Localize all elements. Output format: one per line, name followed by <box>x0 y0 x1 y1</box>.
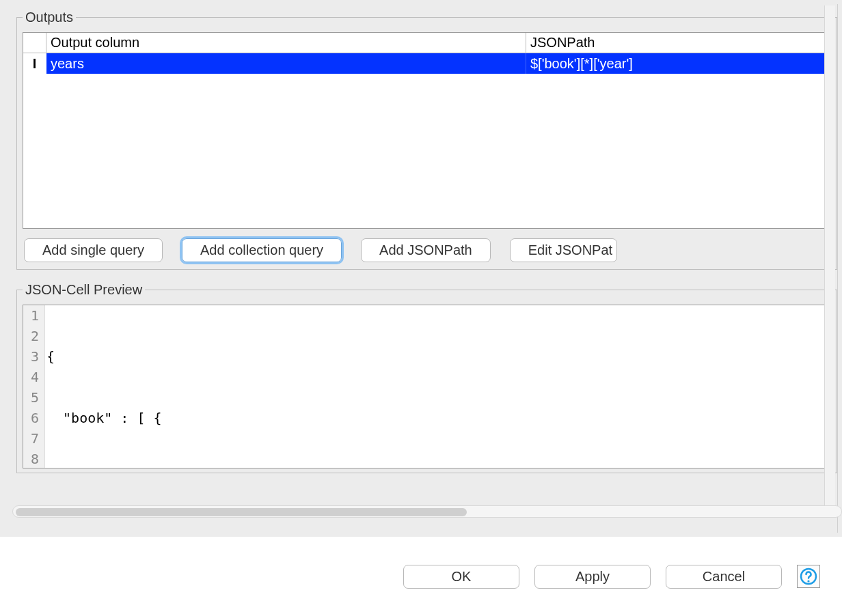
dialog-footer: OK Apply Cancel <box>0 537 842 616</box>
inner-panel: Outputs Output column JSONPath I years $… <box>4 4 838 533</box>
table-row[interactable]: I years $['book'][*]['year'] <box>23 53 830 74</box>
vertical-scrollbar[interactable] <box>824 5 835 505</box>
dialog-body: Outputs Output column JSONPath I years $… <box>0 0 842 537</box>
outputs-table[interactable]: Output column JSONPath I years $['book']… <box>23 32 831 229</box>
json-preview-group: JSON-Cell Preview 1 2 3 4 5 6 7 8 { "boo… <box>16 282 837 473</box>
outputs-legend: Outputs <box>23 10 76 25</box>
row-handle[interactable]: I <box>23 53 46 74</box>
line-number: 3 <box>26 346 39 367</box>
json-preview-editor[interactable]: 1 2 3 4 5 6 7 8 { "book" : [ { "year" : … <box>23 305 831 468</box>
cancel-button[interactable]: Cancel <box>666 565 782 589</box>
ok-button[interactable]: OK <box>403 565 519 589</box>
line-number: 5 <box>26 387 39 408</box>
code-line: { <box>45 346 830 367</box>
line-number-gutter: 1 2 3 4 5 6 7 8 <box>23 305 45 468</box>
line-number: 7 <box>26 428 39 449</box>
outputs-button-row: Add single query Add collection query Ad… <box>23 238 831 262</box>
add-single-query-button[interactable]: Add single query <box>24 238 163 262</box>
svg-point-1 <box>807 580 809 582</box>
outputs-header-name[interactable]: Output column <box>46 33 526 53</box>
edit-jsonpath-button[interactable]: Edit JSONPat <box>510 238 617 262</box>
line-number: 2 <box>26 326 39 346</box>
code-line: "book" : [ { <box>45 408 830 428</box>
line-number: 8 <box>26 449 39 468</box>
outputs-table-header: Output column JSONPath <box>23 33 830 53</box>
outputs-group: Outputs Output column JSONPath I years $… <box>16 10 837 270</box>
apply-button[interactable]: Apply <box>534 565 651 589</box>
add-jsonpath-button[interactable]: Add JSONPath <box>361 238 491 262</box>
line-number: 1 <box>26 305 39 326</box>
scrollbar-thumb[interactable] <box>16 508 467 516</box>
row-output-column[interactable]: years <box>46 53 526 74</box>
horizontal-scrollbar[interactable] <box>12 505 838 518</box>
row-jsonpath[interactable]: $['book'][*]['year'] <box>526 53 830 74</box>
json-preview-legend: JSON-Cell Preview <box>23 282 145 298</box>
code-area[interactable]: { "book" : [ { "year" : 1999, "title" : … <box>45 305 830 468</box>
line-number: 4 <box>26 367 39 387</box>
outputs-header-handle <box>23 33 46 53</box>
help-icon[interactable] <box>797 565 820 588</box>
outputs-header-path[interactable]: JSONPath <box>526 33 830 53</box>
add-collection-query-button[interactable]: Add collection query <box>182 238 342 262</box>
line-number: 6 <box>26 408 39 428</box>
